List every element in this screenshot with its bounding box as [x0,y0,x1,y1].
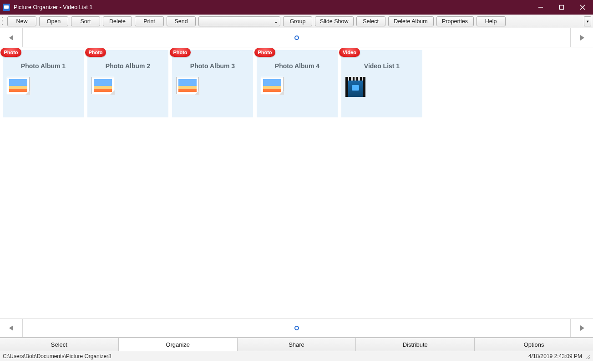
album-title: Video List 1 [342,62,422,70]
chevron-down-icon: ⌄ [274,18,278,25]
maximize-button[interactable] [551,0,572,15]
tab-organize[interactable]: Organize [119,338,238,351]
nav-prev-top[interactable] [0,28,23,47]
svg-marker-4 [9,35,13,40]
properties-button[interactable]: Properties [436,16,474,26]
nav-prev-bottom[interactable] [0,319,23,337]
toolbar-grip[interactable] [2,16,5,26]
app-icon [3,4,10,11]
toolbar-combo[interactable]: ⌄ [198,16,280,26]
album-badge: Video [339,48,360,57]
status-bar: C:\Users\Bob\Documents\Picture Organizer… [0,351,593,361]
album-item[interactable]: Photo Photo Album 3 [172,50,253,117]
photo-thumbnail-icon [91,77,114,94]
photo-thumbnail-icon [176,77,199,94]
album-item[interactable]: Photo Photo Album 1 [3,50,84,117]
nav-track-top[interactable] [23,28,570,47]
tab-share[interactable]: Share [238,338,356,351]
album-title: Photo Album 4 [257,62,337,70]
album-badge: Photo [170,48,191,57]
nav-next-bottom[interactable] [570,319,593,337]
photo-thumbnail-icon [261,77,284,94]
svg-marker-6 [9,325,13,331]
svg-marker-7 [580,325,584,331]
group-button[interactable]: Group [283,16,312,26]
new-button[interactable]: New [7,16,36,26]
album-grid: Photo Photo Album 1 Photo Photo Album 2 … [0,47,593,318]
album-badge: Photo [85,48,106,57]
album-item[interactable]: Photo Photo Album 2 [87,50,168,117]
window-title: Picture Organizer - Video List 1 [14,4,92,10]
nav-track-bottom[interactable] [23,319,570,337]
svg-marker-5 [580,35,584,40]
close-button[interactable] [572,0,593,15]
sort-button[interactable]: Sort [71,16,100,26]
nav-strip-top [0,28,593,47]
delete-button[interactable]: Delete [103,16,132,26]
open-button[interactable]: Open [39,16,68,26]
album-badge: Photo [254,48,275,57]
status-datetime: 4/18/2019 2:43:09 PM [528,353,582,359]
nav-next-top[interactable] [570,28,593,47]
toolbar: New Open Sort Delete Print Send ⌄ Group … [0,15,593,28]
album-title: Photo Album 1 [3,62,83,70]
help-button[interactable]: Help [476,16,506,26]
album-title: Photo Album 3 [172,62,253,70]
album-title: Photo Album 2 [88,62,168,70]
video-thumbnail-icon [345,77,365,97]
tab-distribute[interactable]: Distribute [356,338,475,351]
minimize-button[interactable] [530,0,551,15]
nav-indicator-top[interactable] [294,35,299,40]
svg-rect-1 [560,5,564,10]
nav-indicator-bottom[interactable] [294,326,299,330]
titlebar: Picture Organizer - Video List 1 [0,0,593,15]
tab-options[interactable]: Options [475,338,593,351]
send-button[interactable]: Send [167,16,196,26]
album-badge: Photo [0,48,21,57]
album-item[interactable]: Photo Photo Album 4 [257,50,338,117]
status-path: C:\Users\Bob\Documents\Picture Organizer… [3,353,112,359]
album-item[interactable]: Video Video List 1 [341,50,422,117]
nav-strip-bottom [0,318,593,338]
toolbar-overflow-button[interactable]: ▾ [584,16,591,26]
tab-select[interactable]: Select [0,338,119,351]
delete-album-button[interactable]: Delete Album [388,16,434,26]
resize-grip[interactable] [585,354,590,359]
print-button[interactable]: Print [135,16,164,26]
select-button[interactable]: Select [356,16,385,26]
photo-thumbnail-icon [7,77,30,94]
window-controls [530,0,593,15]
slideshow-button[interactable]: Slide Show [315,16,354,26]
bottom-tabs: Select Organize Share Distribute Options [0,338,593,351]
